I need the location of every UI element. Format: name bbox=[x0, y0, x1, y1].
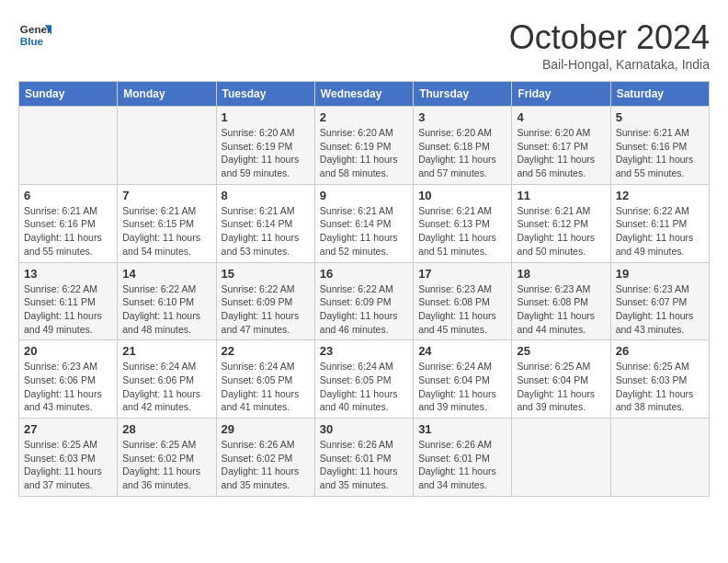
day-number: 3 bbox=[418, 110, 506, 124]
day-info: Sunrise: 6:25 AMSunset: 6:03 PMDaylight:… bbox=[616, 360, 704, 414]
title-block: October 2024 Bail-Hongal, Karnataka, Ind… bbox=[509, 18, 710, 72]
day-info: Sunrise: 6:21 AMSunset: 6:15 PMDaylight:… bbox=[122, 204, 210, 259]
table-row: 16Sunrise: 6:22 AMSunset: 6:09 PMDayligh… bbox=[314, 262, 413, 340]
day-number: 15 bbox=[222, 267, 310, 281]
day-info: Sunrise: 6:23 AMSunset: 6:06 PMDaylight:… bbox=[24, 360, 112, 414]
location-subtitle: Bail-Hongal, Karnataka, India bbox=[509, 57, 710, 72]
day-info: Sunrise: 6:20 AMSunset: 6:17 PMDaylight:… bbox=[517, 126, 605, 180]
table-row: 28Sunrise: 6:25 AMSunset: 6:02 PMDayligh… bbox=[118, 419, 216, 497]
day-number: 28 bbox=[122, 422, 210, 436]
day-number: 4 bbox=[517, 110, 605, 124]
day-info: Sunrise: 6:21 AMSunset: 6:16 PMDaylight:… bbox=[24, 204, 112, 259]
page-header: General Blue October 2024 Bail-Hongal, K… bbox=[18, 18, 710, 72]
table-row: 1Sunrise: 6:20 AMSunset: 6:19 PMDaylight… bbox=[216, 107, 314, 185]
day-number: 6 bbox=[24, 189, 112, 202]
table-row: 8Sunrise: 6:21 AMSunset: 6:14 PMDaylight… bbox=[216, 184, 314, 262]
day-number: 26 bbox=[616, 344, 704, 358]
table-row: 11Sunrise: 6:21 AMSunset: 6:12 PMDayligh… bbox=[512, 184, 610, 262]
day-info: Sunrise: 6:21 AMSunset: 6:12 PMDaylight:… bbox=[517, 204, 605, 259]
day-number: 19 bbox=[616, 267, 704, 281]
day-info: Sunrise: 6:20 AMSunset: 6:19 PMDaylight:… bbox=[320, 126, 408, 180]
table-row: 4Sunrise: 6:20 AMSunset: 6:17 PMDaylight… bbox=[512, 107, 610, 185]
table-row: 17Sunrise: 6:23 AMSunset: 6:08 PMDayligh… bbox=[414, 262, 512, 340]
table-row: 30Sunrise: 6:26 AMSunset: 6:01 PMDayligh… bbox=[314, 419, 413, 497]
day-number: 22 bbox=[222, 344, 310, 358]
calendar-week-row: 6Sunrise: 6:21 AMSunset: 6:16 PMDaylight… bbox=[19, 184, 710, 262]
table-row: 24Sunrise: 6:24 AMSunset: 6:04 PMDayligh… bbox=[414, 340, 512, 419]
header-thursday: Thursday bbox=[414, 82, 512, 107]
day-info: Sunrise: 6:25 AMSunset: 6:03 PMDaylight:… bbox=[24, 438, 112, 492]
day-info: Sunrise: 6:23 AMSunset: 6:08 PMDaylight:… bbox=[517, 282, 605, 337]
table-row bbox=[19, 107, 118, 185]
table-row: 6Sunrise: 6:21 AMSunset: 6:16 PMDaylight… bbox=[19, 184, 118, 262]
svg-text:Blue: Blue bbox=[20, 35, 44, 47]
table-row bbox=[512, 419, 610, 497]
table-row bbox=[118, 107, 216, 185]
table-row: 29Sunrise: 6:26 AMSunset: 6:02 PMDayligh… bbox=[216, 419, 314, 497]
day-number: 5 bbox=[616, 110, 704, 124]
day-number: 23 bbox=[320, 344, 408, 358]
day-number: 1 bbox=[222, 110, 310, 124]
header-sunday: Sunday bbox=[19, 82, 118, 107]
day-info: Sunrise: 6:23 AMSunset: 6:08 PMDaylight:… bbox=[418, 282, 506, 337]
day-info: Sunrise: 6:21 AMSunset: 6:13 PMDaylight:… bbox=[418, 204, 506, 259]
day-info: Sunrise: 6:22 AMSunset: 6:11 PMDaylight:… bbox=[24, 282, 112, 337]
table-row: 12Sunrise: 6:22 AMSunset: 6:11 PMDayligh… bbox=[610, 184, 709, 262]
day-number: 18 bbox=[517, 267, 605, 281]
table-row: 14Sunrise: 6:22 AMSunset: 6:10 PMDayligh… bbox=[118, 262, 216, 340]
table-row: 2Sunrise: 6:20 AMSunset: 6:19 PMDaylight… bbox=[314, 107, 413, 185]
day-info: Sunrise: 6:25 AMSunset: 6:04 PMDaylight:… bbox=[517, 360, 605, 414]
table-row bbox=[610, 419, 709, 497]
day-number: 31 bbox=[418, 422, 506, 436]
table-row: 9Sunrise: 6:21 AMSunset: 6:14 PMDaylight… bbox=[314, 184, 413, 262]
svg-text:General: General bbox=[20, 23, 51, 35]
table-row: 18Sunrise: 6:23 AMSunset: 6:08 PMDayligh… bbox=[512, 262, 610, 340]
day-number: 12 bbox=[616, 189, 704, 202]
day-info: Sunrise: 6:20 AMSunset: 6:18 PMDaylight:… bbox=[418, 126, 506, 180]
table-row: 20Sunrise: 6:23 AMSunset: 6:06 PMDayligh… bbox=[19, 340, 118, 419]
calendar-header-row: Sunday Monday Tuesday Wednesday Thursday… bbox=[19, 82, 710, 107]
day-number: 11 bbox=[517, 189, 605, 202]
calendar-week-row: 27Sunrise: 6:25 AMSunset: 6:03 PMDayligh… bbox=[19, 419, 710, 497]
header-saturday: Saturday bbox=[610, 82, 709, 107]
calendar-week-row: 20Sunrise: 6:23 AMSunset: 6:06 PMDayligh… bbox=[19, 340, 710, 419]
day-number: 14 bbox=[122, 267, 210, 281]
day-info: Sunrise: 6:25 AMSunset: 6:02 PMDaylight:… bbox=[122, 438, 210, 492]
day-number: 27 bbox=[24, 422, 112, 436]
day-info: Sunrise: 6:22 AMSunset: 6:09 PMDaylight:… bbox=[320, 282, 408, 337]
day-number: 30 bbox=[320, 422, 408, 436]
table-row: 25Sunrise: 6:25 AMSunset: 6:04 PMDayligh… bbox=[512, 340, 610, 419]
day-number: 21 bbox=[122, 344, 210, 358]
logo: General Blue bbox=[18, 18, 51, 52]
day-info: Sunrise: 6:21 AMSunset: 6:14 PMDaylight:… bbox=[222, 204, 310, 259]
table-row: 27Sunrise: 6:25 AMSunset: 6:03 PMDayligh… bbox=[19, 419, 118, 497]
table-row: 31Sunrise: 6:26 AMSunset: 6:01 PMDayligh… bbox=[414, 419, 512, 497]
day-info: Sunrise: 6:24 AMSunset: 6:05 PMDaylight:… bbox=[320, 360, 408, 414]
day-info: Sunrise: 6:24 AMSunset: 6:06 PMDaylight:… bbox=[122, 360, 210, 414]
header-tuesday: Tuesday bbox=[216, 82, 314, 107]
day-number: 9 bbox=[320, 189, 408, 202]
day-info: Sunrise: 6:23 AMSunset: 6:07 PMDaylight:… bbox=[616, 282, 704, 337]
day-info: Sunrise: 6:24 AMSunset: 6:05 PMDaylight:… bbox=[222, 360, 310, 414]
day-info: Sunrise: 6:26 AMSunset: 6:01 PMDaylight:… bbox=[320, 438, 408, 492]
month-title: October 2024 bbox=[509, 18, 710, 57]
day-number: 16 bbox=[320, 267, 408, 281]
header-friday: Friday bbox=[512, 82, 610, 107]
day-info: Sunrise: 6:21 AMSunset: 6:16 PMDaylight:… bbox=[616, 126, 704, 180]
day-number: 7 bbox=[122, 189, 210, 202]
table-row: 7Sunrise: 6:21 AMSunset: 6:15 PMDaylight… bbox=[118, 184, 216, 262]
day-info: Sunrise: 6:22 AMSunset: 6:11 PMDaylight:… bbox=[616, 204, 704, 259]
table-row: 3Sunrise: 6:20 AMSunset: 6:18 PMDaylight… bbox=[414, 107, 512, 185]
day-number: 10 bbox=[418, 189, 506, 202]
day-number: 25 bbox=[517, 344, 605, 358]
logo-icon: General Blue bbox=[18, 18, 51, 52]
header-wednesday: Wednesday bbox=[314, 82, 413, 107]
day-number: 29 bbox=[222, 422, 310, 436]
day-info: Sunrise: 6:22 AMSunset: 6:09 PMDaylight:… bbox=[222, 282, 310, 337]
table-row: 10Sunrise: 6:21 AMSunset: 6:13 PMDayligh… bbox=[414, 184, 512, 262]
day-info: Sunrise: 6:21 AMSunset: 6:14 PMDaylight:… bbox=[320, 204, 408, 259]
day-info: Sunrise: 6:24 AMSunset: 6:04 PMDaylight:… bbox=[418, 360, 506, 414]
calendar-table: Sunday Monday Tuesday Wednesday Thursday… bbox=[18, 81, 710, 497]
day-number: 13 bbox=[24, 267, 112, 281]
day-number: 8 bbox=[222, 189, 310, 202]
